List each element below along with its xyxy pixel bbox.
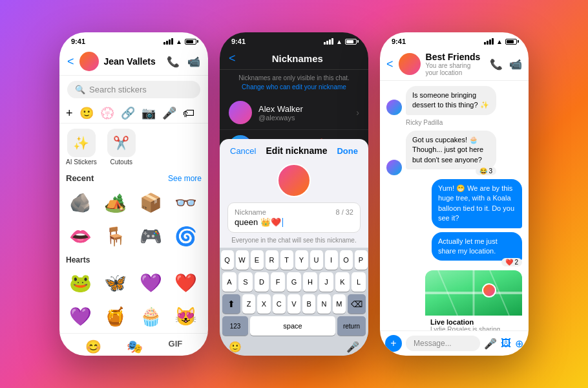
key-h[interactable]: H: [303, 272, 317, 292]
key-r[interactable]: R: [266, 250, 278, 270]
chat-header-icons: 📞 📹: [490, 58, 522, 70]
phone3-status-bar: 9:41 ▲: [380, 32, 529, 48]
ai-stickers-category[interactable]: ✨ AI Stickers: [66, 129, 97, 166]
change-nickname-link[interactable]: Change who can edit your nickname: [242, 83, 346, 91]
key-m[interactable]: M: [333, 294, 346, 314]
key-c[interactable]: C: [273, 294, 286, 314]
backspace-key[interactable]: ⌫: [348, 294, 366, 314]
shift-key[interactable]: ⬆: [222, 294, 240, 314]
key-f[interactable]: F: [271, 272, 285, 292]
sticker-yup[interactable]: 🪨: [65, 187, 96, 218]
key-i[interactable]: I: [325, 250, 338, 270]
sticker-h4[interactable]: ❤️: [171, 267, 202, 298]
cutouts-category[interactable]: ✂️ Cutouts: [107, 129, 136, 166]
hearts-section-header: Hearts: [59, 253, 208, 266]
key-a[interactable]: A: [222, 272, 236, 292]
recent-section-header: Recent See more: [59, 171, 208, 186]
key-n[interactable]: N: [317, 294, 330, 314]
key-k[interactable]: K: [335, 272, 350, 292]
back-button[interactable]: <: [229, 52, 236, 65]
sticker-red[interactable]: 🏕️: [100, 187, 131, 218]
video-icon[interactable]: 📹: [187, 56, 200, 68]
message-input[interactable]: Message...: [406, 336, 480, 351]
cancel-button[interactable]: Cancel: [230, 146, 256, 156]
phone-icon[interactable]: 📞: [167, 56, 180, 68]
sticker-h7[interactable]: 🧁: [135, 301, 166, 332]
more-input-icon[interactable]: ⊕: [515, 338, 523, 350]
sticker-h5[interactable]: 💜: [65, 301, 96, 332]
sticker-chair[interactable]: 🪑: [100, 221, 131, 252]
keyboard-row-1: Q W E R T Y U I O P: [222, 250, 366, 270]
gif-icon[interactable]: GIF: [169, 339, 183, 354]
sticker-swirl[interactable]: 🌀: [171, 221, 202, 252]
photo-input-icon[interactable]: 🖼: [501, 338, 511, 350]
key-z[interactable]: Z: [242, 294, 255, 314]
sticker-lips[interactable]: 👄: [65, 221, 96, 252]
reaction-badge: ❤️ 2: [501, 258, 522, 266]
link-icon[interactable]: 🔗: [121, 106, 135, 120]
sticker-game[interactable]: 🎮: [135, 221, 166, 252]
key-p[interactable]: P: [355, 250, 368, 270]
sticker-h6[interactable]: 🍯: [100, 301, 131, 332]
space-key[interactable]: space: [250, 316, 335, 336]
recent-label: Recent: [66, 173, 94, 183]
edit-input-area[interactable]: Nickname 8 / 32 queen 👑❤️: [227, 202, 361, 233]
face-icon[interactable]: 😊: [85, 339, 101, 354]
sticker-h1[interactable]: 🐸: [65, 267, 96, 298]
header-icons: 📞 📹: [167, 56, 200, 68]
nickname-info-alex: Alex Walker @alexways: [258, 104, 350, 122]
search-bar[interactable]: 🔍 Search stickers: [67, 81, 200, 98]
numbers-key[interactable]: 123: [222, 316, 248, 336]
key-l[interactable]: L: [352, 272, 366, 292]
chevron-icon: ›: [356, 107, 359, 118]
sticker-box[interactable]: 📦: [135, 187, 166, 218]
key-w[interactable]: W: [236, 250, 249, 270]
mic-icon[interactable]: 🎤: [162, 106, 176, 120]
key-u[interactable]: U: [310, 250, 323, 270]
tag-icon[interactable]: 🏷: [183, 107, 194, 120]
key-e[interactable]: E: [251, 250, 264, 270]
sticker-glasses[interactable]: 👓: [171, 187, 202, 218]
emoji-icon[interactable]: 🙂: [79, 106, 94, 120]
emoji-switch-icon[interactable]: 🙂: [229, 341, 242, 353]
sticker-h2[interactable]: 🦋: [100, 267, 131, 298]
key-j[interactable]: J: [319, 272, 333, 292]
mic-input-icon[interactable]: 🎤: [484, 338, 497, 350]
sticker-h3[interactable]: 💜: [135, 267, 166, 298]
search-icon: 🔍: [75, 85, 85, 94]
sticker-toolbar: + 🙂 💮 🔗 📷 🎤 🏷: [59, 103, 208, 124]
back-button[interactable]: <: [67, 55, 74, 69]
sticker-h8[interactable]: 😻: [171, 301, 202, 332]
key-v[interactable]: V: [288, 294, 300, 314]
sticker-grid-recent-1: 🪨 🏕️ 📦 👓: [59, 186, 208, 219]
key-o[interactable]: O: [340, 250, 353, 270]
key-q[interactable]: Q: [221, 250, 234, 270]
done-button[interactable]: Done: [337, 146, 358, 156]
phone-icon[interactable]: 📞: [490, 58, 503, 70]
nickname-avatar-alex: [229, 101, 252, 124]
return-key[interactable]: return: [337, 316, 366, 336]
msg-avatar: [386, 160, 402, 175]
key-b[interactable]: B: [302, 294, 315, 314]
back-button[interactable]: <: [386, 58, 394, 71]
photo-icon[interactable]: 📷: [142, 106, 156, 120]
key-d[interactable]: D: [255, 272, 269, 292]
mic-dictate-icon[interactable]: 🎤: [346, 341, 359, 353]
key-x[interactable]: X: [257, 294, 270, 314]
key-g[interactable]: G: [287, 272, 301, 292]
add-icon[interactable]: +: [66, 107, 73, 120]
flower-icon[interactable]: 💮: [100, 106, 114, 120]
key-y[interactable]: Y: [295, 250, 308, 270]
nickname-item-alex[interactable]: Alex Walker @alexways ›: [220, 96, 368, 130]
phone3-frame: 9:41 ▲ < Best Friends You are sharing yo…: [380, 32, 529, 356]
key-t[interactable]: T: [280, 250, 293, 270]
sender-label: Ricky Padilla: [406, 119, 522, 126]
phone1-status-icons: ▲: [163, 38, 196, 45]
see-more-button[interactable]: See more: [168, 174, 202, 183]
video-icon[interactable]: 📹: [509, 58, 522, 70]
key-s[interactable]: S: [238, 272, 253, 292]
mask-icon[interactable]: 🎭: [127, 339, 143, 354]
chat-plus-button[interactable]: +: [385, 335, 402, 352]
edit-header: Cancel Edit nickname Done: [220, 139, 368, 160]
message-row: Yum! 😁 We are by this huge tree, with a …: [386, 179, 522, 228]
